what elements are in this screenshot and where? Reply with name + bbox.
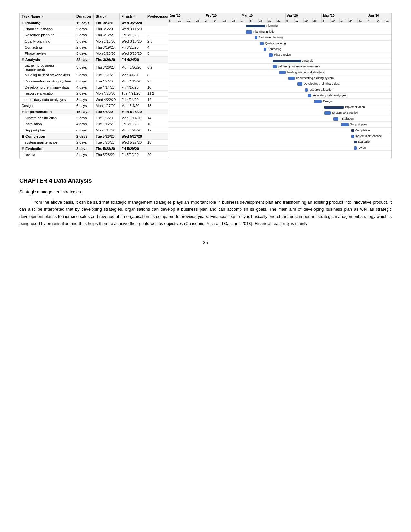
section-link[interactable]: Strategic management strategies (19, 189, 392, 194)
duration-cell: 2 days (74, 32, 94, 38)
duration-cell: 5 days (74, 78, 94, 84)
pred-cell (145, 109, 168, 115)
finish-cell: Mon 3/30/20 (120, 64, 145, 70)
pred-cell (145, 26, 168, 32)
pred-cell: 4 (145, 44, 168, 50)
gantt-bar-label: Evaluation (358, 140, 371, 143)
duration-cell: 6 days (74, 127, 94, 133)
pred-cell: 17 (145, 127, 168, 133)
start-cell: Mon 3/23/20 (94, 51, 120, 56)
finish-cell: Wed 3/25/20 (120, 20, 145, 26)
table-row: system maintenance 2 days Tue 5/26/20 We… (20, 140, 168, 146)
chapter-title: CHAPTER 4 Data Analysis (19, 178, 392, 184)
gantt-week-label: 26 (195, 18, 204, 23)
gantt-week-label: 26 (313, 18, 322, 23)
duration-cell: 15 days (74, 20, 94, 26)
gantt-bar-label: Documenting existing system (296, 76, 334, 80)
col-duration: Duration ▼ (74, 13, 94, 20)
gantt-week-label: 17 (340, 18, 349, 23)
start-cell: Thu 3/5/20 (94, 26, 120, 32)
pred-cell (145, 20, 168, 26)
start-cell: Tue 5/5/20 (94, 115, 120, 121)
task-name-cell: building trust of stakeholders (20, 72, 74, 78)
table-row: secondary data analysyes 3 days Wed 4/22… (20, 97, 168, 103)
gantt-bar-row: review (168, 145, 391, 151)
gantt-weeks-row: 5121926291623181522295121926310172431714… (168, 18, 391, 23)
start-cell: Wed 4/22/20 (94, 97, 120, 102)
task-name-cell: Contacting (20, 44, 74, 50)
duration-cell: 3 days (74, 51, 94, 56)
gantt-week-label: 19 (304, 18, 313, 23)
duration-cell: 4 days (74, 84, 94, 90)
start-cell: Mon 4/20/20 (94, 91, 120, 96)
pred-cell: 9,8 (145, 78, 168, 84)
gantt-bar-label: Quality planning (265, 42, 286, 45)
gantt-bars-area: PlanningPlanning initiationResource plan… (168, 23, 391, 151)
gantt-bar-label: Contacting (268, 47, 281, 51)
gantt-bar-label: secondary data analysyes (313, 94, 346, 97)
gantt-bar (333, 117, 338, 121)
start-cell: Thu 3/26/20 (94, 64, 120, 70)
gantt-month-label: Jan '20 (168, 13, 204, 18)
task-name-cell: Planning initiation (20, 26, 74, 32)
gantt-bar-row: resource allocation (168, 87, 391, 93)
pred-cell: 5 (145, 51, 168, 56)
task-name-cell: system maintenance (20, 140, 74, 145)
gantt-bar (351, 135, 354, 138)
gantt-bar-label: System construction (332, 111, 358, 114)
gantt-bar-label: Completion (355, 129, 370, 132)
pred-cell: 2,3 (145, 38, 168, 44)
task-name-cell: Installation (20, 121, 74, 127)
finish-cell: Wed 3/18/20 (120, 38, 145, 44)
start-cell: Mon 3/16/20 (94, 38, 120, 44)
page-container: Task Name ▼ Duration ▼ Start ▼ Finish ▼ … (0, 0, 411, 258)
finish-cell: Mon 4/13/20 (120, 78, 145, 84)
start-cell: Thu 3/5/20 (94, 20, 120, 26)
gantt-bar-label: Design (323, 100, 332, 103)
task-name-cell: Phase review (20, 51, 74, 56)
pred-cell: 20 (145, 152, 168, 158)
gantt-week-label: 2 (204, 18, 213, 23)
gantt-bar (351, 129, 354, 132)
table-row: Installation 4 days Tue 5/12/20 Fri 5/15… (20, 121, 168, 127)
gantt-week-label: 29 (277, 18, 286, 23)
finish-cell: Mon 5/25/20 (120, 127, 145, 133)
gantt-bar (273, 60, 301, 62)
gantt-week-label: 21 (385, 18, 391, 23)
start-cell: Tue 4/7/20 (94, 78, 120, 84)
gantt-week-label: 12 (295, 18, 304, 23)
gantt-bar (324, 111, 331, 115)
gantt-chart-header: Jan '20Feb '20Mar '20Apr '20May '20Jun '… (168, 13, 391, 23)
pred-cell (145, 133, 168, 139)
task-name-cell: ⊟ Implementation (20, 109, 74, 115)
table-row: ⊟ Analysis 22 days Thu 3/26/20 Fri 4/24/… (20, 57, 168, 63)
gantt-bar (264, 48, 266, 51)
duration-cell: 2 days (74, 133, 94, 139)
gantt-bar-row: building trust of stakeholders (168, 70, 391, 75)
start-cell: Tue 5/26/20 (94, 133, 120, 139)
finish-cell: Wed 5/27/20 (120, 140, 145, 145)
gantt-bar-row: System construction (168, 110, 391, 116)
task-name-cell: Developing preliminary data (20, 84, 74, 90)
gantt-bar-row: Analysis (168, 58, 391, 64)
start-cell: Thu 3/19/20 (94, 44, 120, 50)
start-cell: Tue 5/5/20 (94, 109, 120, 115)
gantt-rows: ⊟ Planning 15 days Thu 3/5/20 Wed 3/25/2… (20, 20, 168, 158)
start-cell: Tue 4/14/20 (94, 84, 120, 90)
pred-cell: 18 (145, 140, 168, 145)
start-cell: Thu 5/28/20 (94, 146, 120, 151)
duration-cell: 5 days (74, 115, 94, 121)
gantt-bar-row: Design (168, 99, 391, 104)
gantt-bar-label: building trust of stakeholders (287, 71, 324, 74)
table-row: Developing preliminary data 4 days Tue 4… (20, 84, 168, 91)
gantt-week-label: 7 (367, 18, 376, 23)
gantt-week-label: 16 (222, 18, 231, 23)
finish-cell: Mon 5/4/20 (120, 103, 145, 109)
pred-cell: 16 (145, 121, 168, 127)
gantt-bar-label: Resource planning (259, 36, 283, 39)
task-name-cell: Quality planning (20, 38, 74, 44)
gantt-bar (305, 88, 308, 92)
gantt-bar-label: resource allocation (309, 88, 333, 91)
gantt-month-label: May '20 (322, 13, 367, 18)
start-cell: Thu 3/12/20 (94, 32, 120, 38)
